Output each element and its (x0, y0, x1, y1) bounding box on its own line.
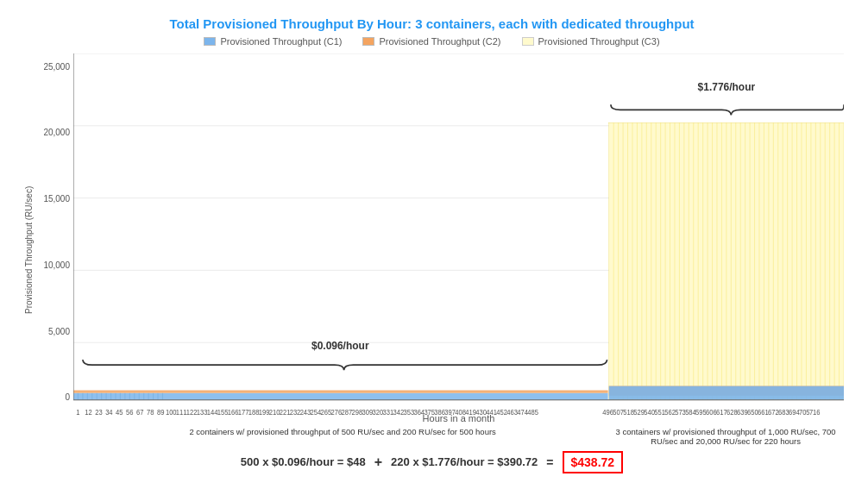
svg-text:$0.096/hour: $0.096/hour (311, 337, 369, 351)
svg-text:78: 78 (147, 408, 154, 414)
y-tick-25000: 25,000 (37, 62, 73, 72)
annotation-left-desc: 2 containers w/ provisioned throughput o… (82, 427, 607, 446)
svg-text:34: 34 (105, 408, 113, 414)
y-tick-15000: 15,000 (37, 194, 73, 204)
svg-rect-6 (73, 392, 608, 399)
legend-item-c3: Provisioned Throughput (C3) (522, 36, 660, 47)
svg-text:$1.776/hour: $1.776/hour (698, 79, 756, 93)
chart-legend: Provisioned Throughput (C1) Provisioned … (20, 36, 844, 47)
y-axis-label: Provisioned Throughput (RU/sec) (20, 53, 37, 446)
legend-label-c3: Provisioned Throughput (C3) (538, 36, 660, 47)
chart-container: Total Provisioned Throughput By Hour: 3 … (11, 8, 857, 482)
y-tick-10000: 10,000 (37, 260, 73, 270)
legend-label-c1: Provisioned Throughput (C1) (220, 36, 342, 47)
legend-label-c2: Provisioned Throughput (C2) (379, 36, 500, 47)
y-tick-5000: 5,000 (37, 327, 73, 336)
svg-text:67: 67 (136, 408, 144, 414)
legend-item-c2: Provisioned Throughput (C2) (362, 36, 500, 47)
annotation-right-desc: 3 containers w/ provisioned throughput o… (607, 427, 844, 446)
svg-text:485: 485 (527, 408, 538, 414)
y-axis: 25,000 20,000 15,000 10,000 5,000 0 (37, 53, 73, 446)
svg-rect-7 (73, 390, 608, 392)
svg-text:89: 89 (157, 408, 165, 414)
y-tick-0: 0 (37, 392, 73, 402)
legend-color-c3 (522, 37, 534, 46)
plot-area: $0.096/hour $1.776/hour 1 12 23 34 45 56… (73, 53, 844, 446)
formula-left: 500 x $0.096/hour = $48 (241, 455, 366, 468)
chart-title: Total Provisioned Throughput By Hour: 3 … (20, 16, 844, 31)
chart-area: Provisioned Throughput (RU/sec) 25,000 2… (20, 53, 844, 446)
bars-and-annotations: $0.096/hour $1.776/hour 1 12 23 34 45 56… (73, 53, 844, 415)
svg-rect-59 (609, 386, 844, 399)
formula-row: 500 x $0.096/hour = $48 + 220 x $1.776/h… (20, 451, 844, 473)
chart-svg: $0.096/hour $1.776/hour 1 12 23 34 45 56… (73, 53, 844, 415)
title-highlight: 3 containers, each with dedicated throug… (415, 16, 694, 31)
y-tick-20000: 20,000 (37, 128, 73, 137)
formula-total: $438.72 (563, 451, 624, 473)
legend-color-c1 (204, 37, 216, 46)
legend-item-c1: Provisioned Throughput (C1) (204, 36, 342, 47)
svg-text:1: 1 (76, 408, 80, 414)
legend-color-c2 (362, 37, 374, 46)
svg-text:45: 45 (116, 408, 123, 414)
formula-right: 220 x $1.776/hour = $390.72 (391, 455, 538, 468)
formula-plus: + (374, 455, 382, 470)
svg-text:56: 56 (126, 408, 134, 414)
svg-text:716: 716 (809, 408, 821, 414)
title-prefix: Total Provisioned Throughput By Hour: (169, 16, 415, 31)
svg-text:12: 12 (85, 408, 92, 414)
svg-text:23: 23 (95, 408, 103, 414)
